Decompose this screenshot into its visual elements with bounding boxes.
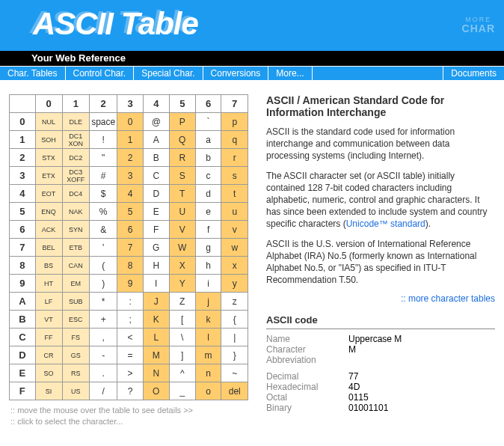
ascii-cell[interactable]: Y: [169, 275, 195, 293]
ascii-cell[interactable]: NUL: [35, 113, 62, 131]
ascii-cell[interactable]: m: [195, 346, 221, 364]
ascii-cell[interactable]: F: [143, 221, 169, 239]
ascii-cell[interactable]: &: [89, 221, 117, 239]
ascii-cell[interactable]: a: [195, 131, 221, 149]
ascii-cell[interactable]: P: [169, 113, 195, 131]
ascii-cell[interactable]: H: [143, 257, 169, 275]
ascii-cell[interactable]: J: [143, 293, 169, 311]
ascii-cell[interactable]: M: [143, 346, 169, 364]
ascii-cell[interactable]: NAK: [62, 203, 89, 221]
ascii-cell[interactable]: V: [169, 221, 195, 239]
nav-char-tables[interactable]: Char. Tables: [0, 67, 66, 80]
ascii-cell[interactable]: ESC: [62, 311, 89, 329]
ascii-cell[interactable]: ~: [221, 364, 248, 382]
ascii-cell[interactable]: ): [89, 275, 117, 293]
ascii-cell[interactable]: i: [195, 275, 221, 293]
ascii-cell[interactable]: f: [195, 221, 221, 239]
ascii-cell[interactable]: SOH: [35, 131, 62, 149]
ascii-cell[interactable]: CAN: [62, 257, 89, 275]
ascii-cell[interactable]: DC3XOFF: [62, 167, 89, 185]
ascii-cell[interactable]: g: [195, 239, 221, 257]
ascii-cell[interactable]: @: [143, 113, 169, 131]
ascii-cell[interactable]: HT: [35, 275, 62, 293]
ascii-cell[interactable]: #: [89, 167, 117, 185]
ascii-cell[interactable]: I: [143, 275, 169, 293]
ascii-cell[interactable]: space: [89, 113, 117, 131]
ascii-cell[interactable]: N: [143, 364, 169, 382]
ascii-cell[interactable]: -: [89, 346, 117, 364]
nav-documents[interactable]: Documents: [443, 67, 504, 80]
ascii-cell[interactable]: FF: [35, 329, 62, 346]
nav-conversions[interactable]: Conversions: [203, 67, 269, 80]
ascii-cell[interactable]: C: [143, 167, 169, 185]
nav-more[interactable]: More...: [268, 67, 312, 80]
ascii-cell[interactable]: SYN: [62, 221, 89, 239]
ascii-cell[interactable]: (: [89, 257, 117, 275]
ascii-cell[interactable]: }: [221, 346, 248, 364]
ascii-cell[interactable]: X: [169, 257, 195, 275]
ascii-cell[interactable]: c: [195, 167, 221, 185]
ascii-cell[interactable]: =: [117, 346, 143, 364]
ascii-cell[interactable]: G: [143, 239, 169, 257]
ascii-cell[interactable]: :: [117, 293, 143, 311]
ascii-cell[interactable]: ?: [117, 382, 143, 400]
unicode-link[interactable]: Unicode™ standard: [346, 219, 425, 229]
ascii-cell[interactable]: +: [89, 311, 117, 329]
ascii-cell[interactable]: ': [89, 239, 117, 257]
ascii-cell[interactable]: DC4: [62, 185, 89, 203]
ascii-cell[interactable]: 4: [117, 185, 143, 203]
ascii-cell[interactable]: Q: [169, 131, 195, 149]
ascii-cell[interactable]: D: [143, 185, 169, 203]
ascii-cell[interactable]: EM: [62, 275, 89, 293]
ascii-cell[interactable]: $: [89, 185, 117, 203]
ascii-cell[interactable]: SO: [35, 364, 62, 382]
ascii-cell[interactable]: >: [117, 364, 143, 382]
ascii-cell[interactable]: o: [195, 382, 221, 400]
ascii-cell[interactable]: B: [143, 149, 169, 167]
ascii-cell[interactable]: ACK: [35, 221, 62, 239]
ascii-cell[interactable]: 9: [117, 275, 143, 293]
ascii-cell[interactable]: US: [62, 382, 89, 400]
ascii-cell[interactable]: ^: [169, 364, 195, 382]
ascii-cell[interactable]: q: [221, 131, 248, 149]
nav-special-char[interactable]: Special Char.: [134, 67, 203, 80]
ascii-cell[interactable]: {: [221, 311, 248, 329]
ascii-cell[interactable]: RS: [62, 364, 89, 382]
ascii-cell[interactable]: ETX: [35, 167, 62, 185]
ascii-cell[interactable]: w: [221, 239, 248, 257]
ascii-cell[interactable]: ENQ: [35, 203, 62, 221]
ascii-cell[interactable]: 8: [117, 257, 143, 275]
ascii-cell[interactable]: 3: [117, 167, 143, 185]
ascii-cell[interactable]: ;: [117, 311, 143, 329]
ascii-cell[interactable]: h: [195, 257, 221, 275]
ascii-cell[interactable]: t: [221, 185, 248, 203]
ascii-cell[interactable]: U: [169, 203, 195, 221]
ascii-cell[interactable]: s: [221, 167, 248, 185]
ascii-cell[interactable]: <: [117, 329, 143, 346]
ascii-cell[interactable]: v: [221, 221, 248, 239]
ascii-cell[interactable]: |: [221, 329, 248, 346]
more-character-tables-link[interactable]: :: more character tables: [266, 293, 495, 304]
ascii-cell[interactable]: ETB: [62, 239, 89, 257]
ascii-cell[interactable]: DC2: [62, 149, 89, 167]
ascii-cell[interactable]: %: [89, 203, 117, 221]
ascii-cell[interactable]: DLE: [62, 113, 89, 131]
ascii-cell[interactable]: z: [221, 293, 248, 311]
ascii-cell[interactable]: n: [195, 364, 221, 382]
ascii-cell[interactable]: O: [143, 382, 169, 400]
ascii-cell[interactable]: e: [195, 203, 221, 221]
ascii-cell[interactable]: j: [195, 293, 221, 311]
ascii-cell[interactable]: y: [221, 275, 248, 293]
ascii-cell[interactable]: d: [195, 185, 221, 203]
ascii-cell[interactable]: T: [169, 185, 195, 203]
ascii-cell[interactable]: l: [195, 329, 221, 346]
ascii-cell[interactable]: W: [169, 239, 195, 257]
ascii-cell[interactable]: k: [195, 311, 221, 329]
ascii-cell[interactable]: DC1XON: [62, 131, 89, 149]
ascii-cell[interactable]: GS: [62, 346, 89, 364]
ascii-cell[interactable]: FS: [62, 329, 89, 346]
ascii-cell[interactable]: *: [89, 293, 117, 311]
ascii-cell[interactable]: 5: [117, 203, 143, 221]
ascii-cell[interactable]: E: [143, 203, 169, 221]
ascii-cell[interactable]: 1: [117, 131, 143, 149]
